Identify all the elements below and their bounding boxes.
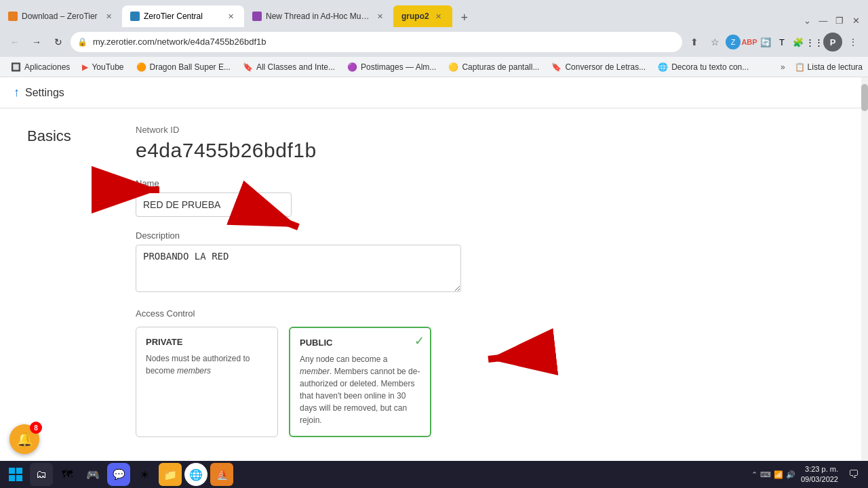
tab-favicon-1 <box>8 12 18 21</box>
tab-grupo2[interactable]: grupo2 ✕ <box>393 5 452 27</box>
name-input[interactable] <box>136 192 292 217</box>
windows-logo-icon <box>8 467 23 482</box>
network-icon[interactable]: 📶 <box>774 470 783 479</box>
access-cards: PRIVATE Nodes must be authorized to beco… <box>136 327 841 437</box>
bookmark-youtube[interactable]: ▶ YouTube <box>77 60 129 74</box>
bookmark-favicon-cl: 🔖 <box>243 62 253 72</box>
ext-icon-3[interactable]: 🔄 <box>758 35 773 49</box>
private-card[interactable]: PRIVATE Nodes must be authorized to beco… <box>136 327 278 437</box>
bookmarks-bar: 🔲 Aplicaciones ▶ YouTube 🟠 Dragon Ball S… <box>0 57 868 77</box>
sys-tray: ⌃ ⌨ 📶 🔊 <box>751 470 795 479</box>
public-card-title: PUBLIC <box>300 338 420 348</box>
bookmark-conversor[interactable]: 🔖 Conversor de Letras... <box>546 60 651 74</box>
taskbar-right: ⌃ ⌨ 📶 🔊 3:23 p. m. 09/03/2022 🗨 <box>751 464 864 485</box>
new-tab-button[interactable]: + <box>455 8 474 27</box>
address-bar: ← → ↻ 🔒 my.zerotier.com/network/e4da7455… <box>0 27 868 57</box>
taskbar-zerotier-button[interactable]: ⛵ <box>210 463 233 486</box>
ext-icon-6[interactable]: ⋮⋮ <box>807 35 822 49</box>
ext-icon-abp[interactable]: ABP <box>742 35 757 49</box>
notification-bell[interactable]: 🔔 8 <box>9 424 39 454</box>
taskbar-browser-button[interactable]: 🌐 <box>184 463 208 486</box>
bookmark-postimages[interactable]: 🟣 Postimages — Alm... <box>342 60 441 74</box>
name-group: Name <box>136 178 841 217</box>
taskbar-files-button[interactable]: 🗂 <box>30 463 53 486</box>
scrollbar-track[interactable] <box>861 77 868 461</box>
sys-tray-expand-icon[interactable]: ⌃ <box>751 470 757 479</box>
settings-up-arrow-icon: ↑ <box>14 85 20 100</box>
tab-close-3[interactable]: ✕ <box>374 11 385 22</box>
private-card-description: Nodes must be authorized to become membe… <box>146 352 268 377</box>
browser-chrome: Download – ZeroTier ✕ ZeroTier Central ✕… <box>0 0 868 77</box>
taskbar-files2-button[interactable]: 📁 <box>159 463 182 486</box>
forward-button[interactable]: → <box>27 33 46 52</box>
bookmark-dragonball[interactable]: 🟠 Dragon Ball Super E... <box>131 60 236 74</box>
tab-close-1[interactable]: ✕ <box>103 11 114 22</box>
address-box[interactable]: 🔒 my.zerotier.com/network/e4da7455b26bdf… <box>71 32 682 52</box>
maps-icon: 🗺 <box>62 468 73 481</box>
reload-button[interactable]: ↻ <box>49 33 68 52</box>
bookmark-label-cl: All Classes and Inte... <box>256 62 335 72</box>
taskbar-start-button[interactable] <box>4 463 27 486</box>
main-content: Basics Network ID e4da7455b26bdf1b Name … <box>0 108 868 461</box>
taskbar-maps-button[interactable]: 🗺 <box>56 463 79 486</box>
files2-icon: 📁 <box>163 468 177 481</box>
bookmark-label-db: Dragon Ball Super E... <box>150 62 231 72</box>
description-textarea[interactable] <box>136 245 461 292</box>
lock-icon: 🔒 <box>71 37 87 47</box>
taskbar-notification-button[interactable]: 🗨 <box>844 464 864 485</box>
bookmark-favicon-yt: ▶ <box>82 62 88 72</box>
tab-label-4: grupo2 <box>401 12 429 21</box>
network-id-value: e4da7455b26bdf1b <box>136 139 841 162</box>
notification-badge: 8 <box>30 422 42 434</box>
minimize-btn[interactable]: — <box>816 14 830 27</box>
content-area: Basics Network ID e4da7455b26bdf1b Name … <box>0 108 868 461</box>
share-icon[interactable]: ⬆ <box>685 33 704 52</box>
svg-rect-3 <box>9 475 15 481</box>
tab-close-2[interactable]: ✕ <box>225 11 236 22</box>
keyboard-icon[interactable]: ⌨ <box>760 470 771 479</box>
taskbar-discord-button[interactable]: 💬 <box>107 463 130 486</box>
restore-btn[interactable]: ❐ <box>833 14 846 27</box>
volume-icon[interactable]: 🔊 <box>786 470 795 479</box>
close-btn[interactable]: ✕ <box>849 14 863 27</box>
ext-icon-4[interactable]: T <box>774 35 789 49</box>
discord-icon: 💬 <box>113 468 125 481</box>
bookmark-favicon-apps: 🔲 <box>11 62 21 72</box>
description-label: Description <box>136 230 841 241</box>
taskbar-app5-button[interactable]: ☀ <box>133 463 156 486</box>
tab-new-thread[interactable]: New Thread in Ad-Hoc Multipla... ✕ <box>244 5 393 27</box>
profile-avatar[interactable]: P <box>823 33 842 52</box>
bookmark-label-ca: Capturas de pantall... <box>462 62 539 72</box>
network-id-group: Network ID e4da7455b26bdf1b <box>136 125 841 162</box>
taskbar-time-display: 3:23 p. m. <box>801 464 838 474</box>
ext-icon-puzzle[interactable]: 🧩 <box>791 35 806 49</box>
tab-search-btn[interactable]: ⌄ <box>800 14 814 27</box>
bookmark-label-apps: Aplicaciones <box>24 62 70 72</box>
bookmark-capturas[interactable]: 🟡 Capturas de pantall... <box>443 60 545 74</box>
tab-zerotier-central[interactable]: ZeroTier Central ✕ <box>122 5 244 27</box>
bookmark-label-yt: YouTube <box>92 62 123 72</box>
taskbar-steam-button[interactable]: 🎮 <box>81 463 104 486</box>
bookmark-decora[interactable]: 🌐 Decora tu texto con... <box>652 60 754 74</box>
bookmarks-more-button[interactable]: » <box>775 60 791 74</box>
bookmark-classes[interactable]: 🔖 All Classes and Inte... <box>237 60 340 74</box>
tab-download-zerotier[interactable]: Download – ZeroTier ✕ <box>0 5 122 27</box>
toolbar-icons: ⬆ ☆ Z ABP 🔄 T 🧩 ⋮⋮ P ⋮ <box>685 33 863 52</box>
tab-close-4[interactable]: ✕ <box>433 11 444 22</box>
menu-icon[interactable]: ⋮ <box>844 33 863 52</box>
ext-icon-1[interactable]: Z <box>726 35 741 49</box>
public-italic: member <box>300 367 330 376</box>
public-card[interactable]: ✓ PUBLIC Any node can become a member. M… <box>289 327 431 437</box>
notification-icon: 🗨 <box>848 468 859 481</box>
taskbar-clock[interactable]: 3:23 p. m. 09/03/2022 <box>801 464 838 485</box>
bookmark-apps[interactable]: 🔲 Aplicaciones <box>5 60 75 74</box>
reading-list-button[interactable]: 📋 Lista de lectura <box>795 62 863 72</box>
public-card-check-icon: ✓ <box>414 333 425 348</box>
back-button[interactable]: ← <box>5 33 24 52</box>
bookmark-favicon-cv: 🔖 <box>551 62 561 72</box>
taskbar-date-display: 09/03/2022 <box>801 474 838 485</box>
access-control-group: Access Control PRIVATE Nodes must be aut… <box>136 308 841 437</box>
bookmark-star-icon[interactable]: ☆ <box>705 33 724 52</box>
tab-favicon-3 <box>252 12 262 21</box>
scrollbar-thumb[interactable] <box>861 84 868 111</box>
